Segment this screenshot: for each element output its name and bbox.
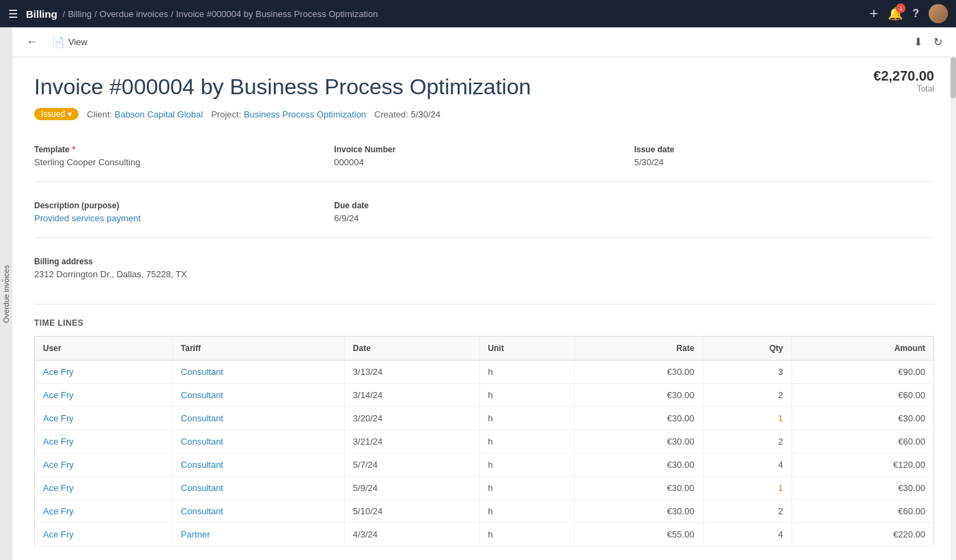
invoice-number-field: Invoice Number 000004: [334, 137, 634, 176]
meta-client: Client: Babson Capital Global: [87, 109, 203, 120]
time-lines-header: TIME LINES: [34, 318, 934, 328]
billing-address-label: Billing address: [34, 257, 334, 266]
table-row: Ace FryConsultant3/20/24h€30.001€30.00: [35, 407, 934, 430]
side-panel[interactable]: Overdue invoices: [0, 27, 12, 560]
cell-tariff[interactable]: Consultant: [172, 453, 344, 477]
cell-date: 5/9/24: [344, 477, 479, 500]
cell-qty: 2: [703, 500, 791, 523]
view-button[interactable]: 📄 View: [46, 33, 93, 51]
meta-project: Project: Business Process Optimization: [211, 109, 366, 120]
col-rate: Rate: [575, 337, 703, 361]
cell-date: 5/10/24: [344, 500, 479, 523]
cell-tariff[interactable]: Consultant: [172, 407, 344, 430]
app-name: Billing: [26, 8, 57, 20]
menu-icon[interactable]: ☰: [8, 8, 18, 20]
cell-rate: €30.00: [575, 384, 703, 407]
template-value: Sterling Cooper Consulting: [34, 157, 334, 167]
cell-amount: €60.00: [791, 500, 933, 523]
due-date-label: Due date: [334, 201, 634, 210]
cell-date: 3/14/24: [344, 384, 479, 407]
description-value[interactable]: Provided services payment: [34, 213, 334, 223]
scrollbar[interactable]: [951, 57, 956, 560]
avatar[interactable]: [929, 4, 948, 23]
time-lines-table: User Tariff Date Unit Rate Qty Amount Ac…: [34, 336, 934, 546]
project-label: Project:: [211, 109, 241, 120]
table-row: Ace FryConsultant3/21/24h€30.002€60.00: [35, 430, 934, 453]
breadcrumb-current: Invoice #000004 by Business Process Opti…: [176, 9, 378, 19]
divider-1: [34, 181, 934, 182]
cell-date: 5/7/24: [344, 453, 479, 477]
cell-user[interactable]: Ace Fry: [35, 453, 173, 477]
refresh-button[interactable]: ↻: [931, 33, 945, 51]
description-label: Description (purpose): [34, 201, 334, 210]
breadcrumb-sep-1: /: [94, 9, 97, 19]
template-label: Template *: [34, 145, 334, 154]
form-grid-middle: Description (purpose) Provided services …: [34, 193, 934, 232]
cell-tariff[interactable]: Consultant: [172, 361, 344, 384]
cell-qty: 1: [703, 477, 791, 500]
client-value[interactable]: Babson Capital Global: [115, 109, 203, 120]
cell-qty: 1: [703, 407, 791, 430]
invoice-number-value: 000004: [334, 157, 634, 167]
status-label: Issued: [41, 109, 65, 119]
cell-tariff[interactable]: Consultant: [172, 384, 344, 407]
form-grid-top: Template * Sterling Cooper Consulting In…: [34, 137, 934, 176]
cell-tariff[interactable]: Consultant: [172, 500, 344, 523]
col-qty: Qty: [703, 337, 791, 361]
back-button[interactable]: ←: [23, 32, 41, 52]
col-tariff: Tariff: [172, 337, 344, 361]
description-field: Description (purpose) Provided services …: [34, 193, 334, 232]
cell-unit: h: [479, 523, 575, 546]
due-date-field: Due date 6/9/24: [334, 193, 634, 232]
issue-date-label: Issue date: [634, 145, 934, 154]
total-amount: €2,270.00: [873, 68, 934, 84]
cell-user[interactable]: Ace Fry: [35, 477, 173, 500]
invoice-title: Invoice #000004 by Business Process Opti…: [34, 74, 934, 100]
invoice-number-label: Invoice Number: [334, 145, 634, 154]
cell-user[interactable]: Ace Fry: [35, 523, 173, 546]
project-value[interactable]: Business Process Optimization: [244, 109, 366, 120]
side-panel-label: Overdue invoices: [2, 265, 10, 323]
cell-qty: 2: [703, 430, 791, 453]
col-date: Date: [344, 337, 479, 361]
cell-date: 4/3/24: [344, 523, 479, 546]
col-amount: Amount: [791, 337, 933, 361]
scroll-thumb[interactable]: [951, 57, 956, 98]
table-row: Ace FryConsultant5/9/24h€30.001€30.00: [35, 477, 934, 500]
breadcrumb-billing[interactable]: Billing: [68, 9, 92, 19]
cell-user[interactable]: Ace Fry: [35, 500, 173, 523]
cell-tariff[interactable]: Consultant: [172, 477, 344, 500]
cell-amount: €30.00: [791, 407, 933, 430]
cell-unit: h: [479, 453, 575, 477]
cell-rate: €30.00: [575, 361, 703, 384]
status-arrow: ▾: [68, 109, 72, 119]
status-badge[interactable]: Issued ▾: [34, 108, 79, 120]
cell-rate: €30.00: [575, 407, 703, 430]
cell-user[interactable]: Ace Fry: [35, 361, 173, 384]
expand-chevron[interactable]: ›: [0, 275, 5, 285]
add-icon[interactable]: +: [869, 5, 878, 23]
cell-amount: €90.00: [791, 361, 933, 384]
help-icon[interactable]: ?: [912, 8, 919, 20]
main-content: €2,270.00 Total Invoice #000004 by Busin…: [12, 57, 956, 560]
cell-amount: €60.00: [791, 384, 933, 407]
bell-icon[interactable]: 🔔 1: [888, 6, 903, 21]
cell-amount: €220.00: [791, 523, 933, 546]
cell-user[interactable]: Ace Fry: [35, 407, 173, 430]
client-label: Client:: [87, 109, 112, 120]
download-button[interactable]: ⬇: [911, 33, 925, 51]
cell-unit: h: [479, 384, 575, 407]
empty-field-1: [634, 193, 934, 232]
cell-tariff[interactable]: Partner: [172, 523, 344, 546]
cell-unit: h: [479, 407, 575, 430]
form-grid-bottom: Billing address 2312 Dorrington Dr., Dal…: [34, 249, 934, 288]
cell-user[interactable]: Ace Fry: [35, 430, 173, 453]
cell-tariff[interactable]: Consultant: [172, 430, 344, 453]
cell-amount: €120.00: [791, 453, 933, 477]
breadcrumb-overdue[interactable]: Overdue invoices: [100, 9, 168, 19]
table-header: User Tariff Date Unit Rate Qty Amount: [35, 337, 934, 361]
table-row: Ace FryPartner4/3/24h€55.004€220.00: [35, 523, 934, 546]
breadcrumb: / Billing / Overdue invoices / Invoice #…: [63, 9, 378, 19]
cell-user[interactable]: Ace Fry: [35, 384, 173, 407]
cell-unit: h: [479, 477, 575, 500]
